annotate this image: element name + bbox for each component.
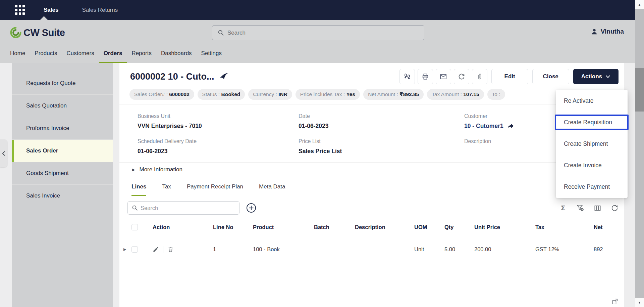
scroll-up-button[interactable]: ▲ [635,0,644,9]
nav-item[interactable]: Orders [99,45,127,63]
audit-trail-button[interactable] [399,69,415,84]
actions-menu-item[interactable]: Receive Payment [556,176,628,198]
chip-label: Sales Order# [134,91,165,97]
record-toolbar: Edit Close Actions [399,69,619,84]
module-tabs: SalesSales Returns [44,7,118,13]
open-record-arrow-icon[interactable] [507,123,514,129]
search-icon [218,30,224,36]
chip-label: Tax Amount [432,91,459,97]
chip-value: ₹892.85 [399,91,419,97]
close-button[interactable]: Close [532,69,569,84]
status-chip: Sales Order# : 6000002 [129,89,194,100]
user-name: Vinutha [601,28,624,35]
email-button[interactable] [436,69,451,84]
detail-tab[interactable]: Payment Receipt Plan [187,177,243,196]
column-header-unit-price: Unit Price [472,224,533,230]
record-header: 6000002 10 - Cuto... [119,63,624,84]
actions-menu-item[interactable]: Create Invoice [556,155,628,176]
chip-label: Price includes Tax [300,91,342,97]
column-header-net: Net [590,224,624,230]
actions-menu-item-label: Receive Payment [564,183,610,190]
sidebar-item[interactable]: Sales Invoice [12,185,113,207]
print-button[interactable] [418,69,433,84]
status-chip: Tax Amount : 107.15 [427,89,484,100]
global-search-input[interactable] [227,30,402,36]
field: Date 01-06-2023 [299,104,464,130]
chip-value: 107.15 [463,91,479,97]
lines-search-input[interactable] [141,205,228,211]
swoosh-check-icon[interactable] [219,72,229,81]
global-search[interactable] [212,25,424,40]
scroll-down-button[interactable]: ▼ [635,298,644,307]
field: Scheduled Delivery Date 01-06-2023 [138,130,299,155]
detail-tab[interactable]: Meta Data [259,177,285,196]
brand-name: CW Suite [23,27,65,38]
refresh-button[interactable] [454,69,469,84]
nav-item[interactable]: Dashboards [156,45,197,63]
select-all-checkbox[interactable] [131,224,138,230]
nav-item[interactable]: Home [5,45,30,63]
scrollbar-track[interactable] [635,9,644,298]
chip-value: Yes [346,91,355,97]
sidebar-item[interactable]: Sales Quotation [12,95,113,117]
actions-menu-item-label: Create Invoice [564,162,602,169]
field-value: 01-06-2023 [138,148,168,155]
module-tab[interactable]: Sales [44,7,58,13]
sidebar-item[interactable]: Requests for Quote [12,72,113,95]
actions-menu-item-label: Create Requisition [564,119,612,126]
expand-row-caret-icon[interactable]: ▶ [123,247,126,252]
nav-item[interactable]: Reports [127,45,156,63]
sidebar-item[interactable]: Proforma Invoice [12,117,113,140]
sales-order-panel: 6000002 10 - Cuto... [119,63,624,307]
status-chips: Sales Order# : 6000002 Status : Booked C… [129,89,624,100]
sum-icon[interactable]: Σ [559,204,567,212]
refresh-grid-icon[interactable] [610,204,619,212]
apps-grid-icon[interactable] [15,5,25,15]
open-in-new-icon[interactable] [611,298,619,305]
more-information-toggle[interactable]: ▶ More Information [119,162,624,177]
edit-row-button[interactable] [153,246,159,253]
columns-icon[interactable] [593,204,601,212]
detail-tab[interactable]: Tax [162,177,171,196]
sidebar-item[interactable]: Goods Shipment [12,162,113,185]
caret-right-icon: ▶ [132,168,135,172]
sidebar-item[interactable]: Sales Order [12,140,113,162]
detail-tab[interactable]: Lines [131,177,146,196]
delete-row-button[interactable] [167,246,174,253]
clear-filter-icon[interactable] [576,204,584,212]
field-label: Business Unit [138,113,299,119]
chip-label: Net Amount [368,91,395,97]
add-line-button[interactable] [246,202,257,214]
actions-menu-item[interactable]: Create Shipment [556,133,628,155]
table-header-row: Action Line No Product Batch Description… [119,219,624,235]
sidebar-collapse-button[interactable] [0,139,7,167]
table-row: ▶ [119,240,624,259]
field-label: Scheduled Delivery Date [138,138,299,144]
user-icon [591,28,598,35]
envelope-icon [440,73,447,80]
chip-label: Currency [253,91,274,97]
actions-menu-item[interactable]: Re Activate [556,90,628,112]
actions-button[interactable]: Actions [573,69,619,84]
top-app-bar: SalesSales Returns [0,0,644,20]
module-tab[interactable]: Sales Returns [82,7,118,13]
page-scrollbar[interactable]: ▲ ▼ [635,0,644,307]
row-checkbox[interactable] [131,246,138,253]
nav-item[interactable]: Settings [197,45,226,63]
lines-search[interactable] [127,201,239,215]
nav-item[interactable]: Products [30,45,62,63]
cell-unit-price: 200.00 [472,246,533,253]
user-menu[interactable]: Vinutha [591,28,624,35]
app-header: CW Suite Vinutha [0,20,644,45]
lines-grid-tools: Σ [559,204,619,212]
nav-item[interactable]: Customers [62,45,99,63]
actions-menu-item[interactable]: Create Requisition [556,112,628,133]
column-header-action: Action [146,224,210,230]
edit-button[interactable]: Edit [491,69,528,84]
chip-value: Booked [221,91,240,97]
scrollbar-thumb[interactable] [635,68,644,112]
attachment-button[interactable] [472,69,487,84]
brand: CW Suite [10,27,65,38]
column-header-tax: Tax [533,224,590,230]
field-value: 01-06-2023 [299,123,329,130]
